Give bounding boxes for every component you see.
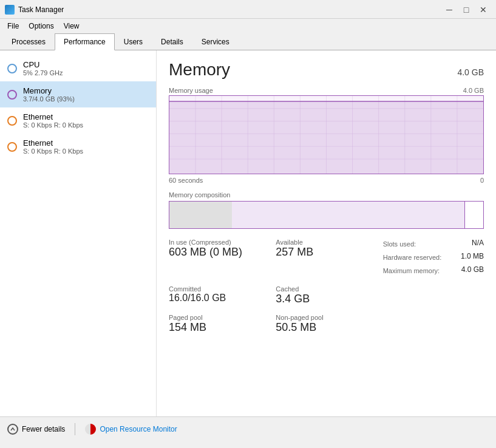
slots-used-value: N/A — [472, 239, 484, 251]
sidebar-item-ethernet1[interactable]: Ethernet S: 0 Kbps R: 0 Kbps — [0, 107, 156, 134]
non-paged-pool-label: Non-paged pool — [276, 314, 376, 321]
menu-view[interactable]: View — [59, 20, 84, 32]
fewer-details-icon — [7, 424, 18, 435]
tab-users[interactable]: Users — [115, 33, 152, 50]
memory-total: 4.0 GB — [457, 67, 484, 77]
cpu-icon — [7, 64, 17, 73]
tab-services[interactable]: Services — [192, 33, 239, 50]
comp-free — [464, 202, 483, 228]
stat-paged-pool: Paged pool 154 MB — [169, 314, 270, 334]
ethernet1-icon — [7, 116, 17, 126]
ethernet2-detail: S: 0 Kbps R: 0 Kbps — [23, 148, 83, 155]
chart-y-label: Memory usage — [169, 87, 213, 94]
memory-header: Memory 4.0 GB — [169, 60, 484, 80]
ethernet1-detail: S: 0 Kbps R: 0 Kbps — [23, 121, 83, 129]
stat-committed: Committed 16.0/16.0 GB — [169, 285, 270, 305]
sidebar-item-memory[interactable]: Memory 3.7/4.0 GB (93%) — [0, 81, 156, 107]
max-memory-label: Maximum memory: — [383, 265, 440, 277]
chart-time-end: 0 — [480, 177, 484, 184]
open-resource-monitor-link[interactable]: Open Resource Monitor — [100, 425, 177, 433]
sidebar: CPU 5% 2.79 GHz Memory 3.7/4.0 GB (93%) … — [0, 50, 157, 416]
max-memory-value: 4.0 GB — [461, 265, 484, 277]
close-button[interactable]: ✕ — [475, 4, 491, 16]
minimize-button[interactable]: ─ — [441, 4, 457, 16]
memory-icon — [7, 90, 17, 100]
ethernet2-label: Ethernet — [23, 138, 83, 148]
chart-label-row: Memory usage 4.0 GB — [169, 87, 484, 94]
memory-detail: 3.7/4.0 GB (93%) — [23, 95, 75, 103]
chart-time-start: 60 seconds — [169, 177, 203, 184]
committed-label: Committed — [169, 285, 270, 293]
paged-pool-value: 154 MB — [169, 321, 270, 334]
svg-rect-16 — [169, 101, 483, 174]
menu-file[interactable]: File — [2, 20, 24, 32]
stat-cached: Cached 3.4 GB — [276, 285, 376, 305]
in-use-label: In use (Compressed) — [169, 239, 270, 246]
stat-available: Available 257 MB — [276, 239, 376, 277]
chart-time-row: 60 seconds 0 — [169, 177, 484, 184]
tab-details[interactable]: Details — [152, 33, 192, 50]
non-paged-pool-value: 50.5 MB — [276, 321, 376, 334]
sidebar-item-ethernet2[interactable]: Ethernet S: 0 Kbps R: 0 Kbps — [0, 134, 156, 160]
composition-bar — [169, 201, 484, 229]
main-content: CPU 5% 2.79 GHz Memory 3.7/4.0 GB (93%) … — [0, 50, 496, 416]
memory-label: Memory — [23, 86, 75, 95]
paged-pool-label: Paged pool — [169, 314, 270, 321]
cached-label: Cached — [276, 285, 376, 293]
cpu-label: CPU — [23, 60, 63, 69]
cpu-detail: 5% 2.79 GHz — [23, 69, 63, 76]
tab-processes[interactable]: Processes — [2, 33, 55, 50]
resource-monitor-icon — [85, 424, 96, 435]
right-panel: Memory 4.0 GB Memory usage 4.0 GB — [157, 50, 496, 416]
hw-reserved-value: 1.0 MB — [461, 252, 484, 264]
available-label: Available — [276, 239, 376, 246]
slots-used-label: Slots used: — [383, 239, 416, 251]
bottom-bar: Fewer details Open Resource Monitor — [0, 416, 496, 441]
in-use-value: 603 MB (0 MB) — [169, 246, 270, 259]
comp-in-use — [169, 202, 232, 228]
ethernet2-icon — [7, 142, 17, 152]
chart-y-max: 4.0 GB — [463, 87, 484, 94]
window-controls: ─ □ ✕ — [441, 4, 491, 16]
cached-value: 3.4 GB — [276, 293, 376, 305]
maximize-button[interactable]: □ — [458, 4, 474, 16]
sidebar-item-cpu[interactable]: CPU 5% 2.79 GHz — [0, 55, 156, 81]
committed-value: 16.0/16.0 GB — [169, 293, 270, 304]
title-bar: Task Manager ─ □ ✕ — [0, 0, 496, 19]
window-title: Task Manager — [18, 5, 64, 14]
stat-non-paged-pool: Non-paged pool 50.5 MB — [276, 314, 376, 334]
ethernet1-label: Ethernet — [23, 112, 83, 121]
fewer-details-button[interactable]: Fewer details — [7, 424, 65, 435]
menu-options[interactable]: Options — [24, 20, 58, 32]
memory-title: Memory — [169, 60, 230, 80]
fewer-details-label: Fewer details — [22, 425, 65, 433]
chart-grid-svg — [169, 96, 483, 174]
tab-bar: Processes Performance Users Details Serv… — [0, 33, 496, 50]
composition-label: Memory composition — [169, 191, 484, 199]
memory-chart — [169, 95, 484, 174]
app-icon — [5, 5, 15, 15]
menu-bar: File Options View — [0, 19, 496, 33]
bottom-separator — [75, 423, 75, 435]
available-value: 257 MB — [276, 246, 376, 259]
stats-grid: In use (Compressed) 603 MB (0 MB) Availa… — [169, 239, 484, 334]
hw-reserved-label: Hardware reserved: — [383, 252, 442, 264]
comp-standby — [232, 202, 464, 228]
stat-in-use: In use (Compressed) 603 MB (0 MB) — [169, 239, 270, 277]
tab-performance[interactable]: Performance — [55, 33, 115, 50]
stat-right-column: Slots used: N/A Hardware reserved: 1.0 M… — [383, 239, 484, 277]
